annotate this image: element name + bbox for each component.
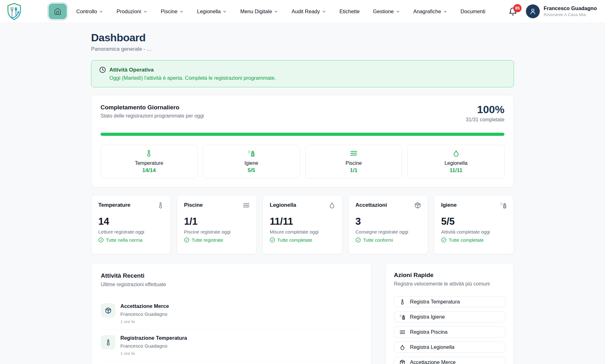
activity-time: 1 ore fa [120,351,187,356]
quick-actions-subtitle: Registra velocemente le attività più com… [394,281,505,287]
card-status: Tutte completate [441,237,507,243]
activity-user: Francesco Guadagno [120,343,187,349]
chevron-down-icon [143,9,147,14]
chevron-down-icon [274,9,278,14]
avatar [526,4,540,18]
progress-bar [101,133,504,136]
home-button[interactable] [49,3,67,19]
droplet-icon [329,202,335,209]
card-status-label: Tutte completate [449,237,484,243]
check-circle-icon [355,237,361,243]
quick-action-registra-temperatura[interactable]: Registra Temperatura [394,296,505,307]
nav-item-label: Menu Digitale [240,9,272,14]
quick-action-registra-igiene[interactable]: Registra Igiene [394,311,505,322]
daily-completion-card: Completamento Giornaliero Stato delle re… [91,95,514,188]
home-icon [54,8,61,15]
card-caption: Misure completate oggi [270,229,335,234]
card-title: Accettazioni [355,202,387,208]
operational-activity-alert: Attività Operativa Oggi (Martedì) l'atti… [91,60,514,87]
thermometer-icon [157,202,164,209]
recent-subtitle: Ultime registrazioni effettuate [101,282,362,287]
nav-item-label: Etichette [339,9,360,14]
chevron-down-icon [179,9,184,14]
chevron-down-icon [396,9,400,14]
card-status-label: Tutte nella norma [106,237,142,243]
nav-item-documenti[interactable]: Documenti [461,9,486,14]
card-status-label: Tutte conformi [363,237,393,243]
alert-message: Oggi (Martedì) l'attività è aperta. Comp… [109,75,506,81]
nav-item-menu-digitale[interactable]: Menu Digitale [240,9,278,14]
card-value: 3 [355,217,421,226]
nav-item-label: Documenti [461,9,486,14]
stat-label: Temperature [104,160,194,166]
summary-card-accettazioni: Accettazioni 3 Consegne registrate oggi … [348,195,428,254]
nav-item-legionella[interactable]: Legionella [197,9,227,14]
quick-actions-list: Registra Temperatura Registra Igiene Reg… [394,296,505,364]
summary-card-piscine: Piscine 1/1 Piscine registrate oggi Tutt… [177,195,257,254]
activity-icon-box [101,303,115,318]
stat-label: Piscine [309,160,399,166]
summary-card-legionella: Legionella 11/11 Misure completate oggi … [262,195,343,254]
stat-value: 1/1 [309,167,399,174]
nav-item-label: Legionella [197,9,221,14]
top-navbar: Controllo Produzioni Piscine Legionella … [0,0,605,23]
clock-icon [99,66,106,73]
quick-action-label: Registra Igiene [410,314,445,320]
activity-user: Francesco Guadagno [120,311,169,317]
card-caption: Letture registrate oggi [98,229,164,234]
thermometer-icon [105,339,112,346]
quick-action-registra-piscina[interactable]: Registra Piscina [394,326,505,338]
waves-icon [400,329,405,335]
card-status: Tutte nella norma [98,237,164,243]
nav-item-piscine[interactable]: Piscine [161,9,184,14]
stat-box-legionella: Legionella 11/11 [407,145,504,178]
recent-activities-card: Attività Recenti Ultime registrazioni ef… [91,263,372,364]
alert-title: Attività Operativa [109,67,154,73]
chevron-down-icon [322,9,326,14]
waves-icon [350,150,357,157]
nav-item-audit-ready[interactable]: Audit Ready [291,9,326,14]
droplet-icon [452,150,460,157]
card-title: Temperature [98,202,130,208]
summary-card-temperature: Temperature 14 Letture registrate oggi T… [91,195,171,254]
progress-fill [101,133,504,136]
nav-item-anagrafiche[interactable]: Anagrafiche [413,9,447,14]
user-name: Francesco Guadagno [544,5,597,12]
thermometer-icon [145,150,153,157]
quick-action-accettazione-merce[interactable]: Accettazione Merce [394,357,505,364]
nav-item-label: Gestione [373,9,394,14]
user-menu[interactable]: Francesco Guadagno Ristorante A Casa Mia [526,4,597,18]
waves-icon [243,202,250,209]
nav-item-produzioni[interactable]: Produzioni [117,9,147,14]
quick-action-registra-legionella[interactable]: Registra Legionella [394,342,505,353]
card-caption: Attività completate oggi [441,229,507,234]
check-circle-icon [441,237,447,243]
recent-title: Attività Recenti [101,272,362,279]
completion-subtitle: Stato delle registrazioni programmate pe… [101,113,204,119]
thermometer-icon [400,299,405,305]
package-icon [400,360,405,364]
card-status-label: Tutte registrate [192,237,223,243]
activity-title: Accettazione Merce [120,303,169,309]
card-value: 14 [98,217,164,226]
activity-icon-box [101,335,115,350]
nav-item-etichette[interactable]: Etichette [339,9,360,14]
stat-label: Legionella [411,160,501,166]
nav-item-controllo[interactable]: Controllo [76,9,103,14]
notifications-button[interactable]: 85 [509,7,517,16]
completion-count: 31/31 completate [466,117,504,123]
droplet-icon [400,344,405,350]
quick-actions-card: Azioni Rapide Registra velocemente le at… [385,263,514,364]
user-subtitle: Ristorante A Casa Mia [544,12,597,18]
main-content: Dashboard Panoramica generale - ... Atti… [91,32,514,364]
notification-badge: 85 [513,4,521,12]
nav-item-gestione[interactable]: Gestione [373,9,400,14]
card-status: Tutte completate [270,237,335,243]
nav-item-label: Controllo [76,9,97,14]
stat-value: 5/5 [206,167,297,174]
page-subtitle: Panoramica generale - ... [91,46,514,52]
card-value: 5/5 [441,217,507,226]
stat-label: Igiene [206,160,297,166]
chevron-down-icon [99,9,103,14]
chevron-down-icon [222,9,227,14]
